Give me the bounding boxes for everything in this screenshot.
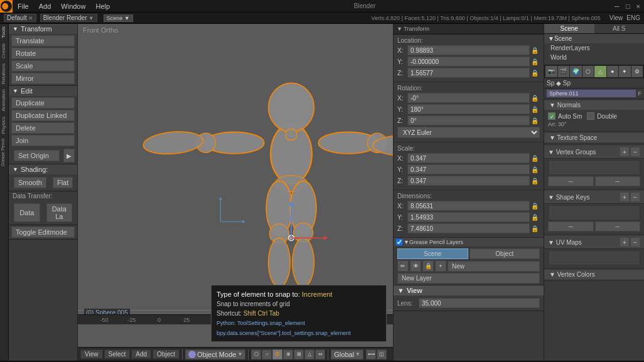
sk-btn-2[interactable]: ─ [595, 221, 641, 232]
mode-selector[interactable]: Object Mode ▼ [185, 349, 245, 359]
prop-icon-object[interactable]: ⬡ [582, 66, 594, 77]
viewport[interactable]: Front Ortho [78, 24, 393, 361]
rotation-y-input[interactable] [407, 104, 530, 114]
tab-animation[interactable]: Animation [0, 87, 8, 114]
viewport-icon-1[interactable]: ○ [262, 349, 272, 359]
scale-y-lock-icon[interactable]: 🔒 [531, 166, 540, 173]
workspace-badge[interactable]: Default ✕ [4, 14, 36, 22]
view-header[interactable]: ▼ View [394, 285, 544, 295]
menu-add[interactable]: Add [34, 1, 56, 11]
shading-header[interactable]: ▼ Shading: [9, 164, 77, 174]
lens-input[interactable] [419, 298, 540, 308]
scale-button[interactable]: Scale [11, 60, 75, 72]
rotation-z-input[interactable] [407, 115, 530, 125]
gp-new-layer-button[interactable]: New Layer [397, 273, 540, 284]
viewport-icon-5[interactable]: △ [304, 349, 314, 359]
transform-header[interactable]: ▼ Transform [9, 24, 77, 34]
location-y-input[interactable] [407, 56, 530, 67]
vertex-groups-add-btn[interactable]: + [620, 147, 630, 157]
info-search[interactable]: ENG [626, 14, 640, 21]
dim-x-input[interactable] [407, 201, 530, 211]
toggle-editmode-button[interactable]: Toggle Editmode [11, 226, 75, 238]
location-y-lock-icon[interactable]: 🔒 [531, 58, 540, 65]
edit-header[interactable]: ▼ Edit [9, 86, 77, 96]
scene-name-badge[interactable]: Scene ▼ [104, 14, 133, 22]
viewport-icon-6[interactable]: ⇔ [315, 349, 325, 359]
rotation-y-lock-icon[interactable]: 🔒 [531, 106, 540, 113]
tab-tools[interactable]: Tools [0, 24, 8, 41]
rotation-mode-dropdown[interactable]: XYZ Euler [397, 127, 540, 138]
dim-z-input[interactable] [407, 223, 530, 233]
scene-badge[interactable]: Blender Render ▼ [40, 14, 97, 22]
viewport-icon-3[interactable]: ⊕ [283, 349, 293, 359]
gp-lock-icon[interactable]: 🔒 [422, 260, 434, 272]
prop-icon-render[interactable]: 🎬 [558, 66, 570, 77]
sk-btn-1[interactable]: ─ [548, 221, 594, 232]
gp-visibility-icon[interactable]: 👁 [410, 260, 421, 272]
prop-icon-camera[interactable]: 📷 [545, 66, 557, 77]
viewport-icon-7[interactable]: ⟷ [366, 349, 376, 359]
viewport-icon-0[interactable]: ⬡ [251, 349, 261, 359]
tab-all[interactable]: All S [594, 24, 645, 33]
menu-window[interactable]: Window [56, 1, 90, 11]
dim-y-input[interactable] [407, 212, 530, 222]
uv-maps-add-btn[interactable]: + [620, 237, 630, 247]
data-button[interactable]: Data [14, 203, 40, 222]
mirror-button[interactable]: Mirror [11, 73, 75, 84]
uv-maps-remove-btn[interactable]: − [630, 237, 640, 247]
shape-keys-remove-btn[interactable]: − [630, 192, 640, 202]
menu-file[interactable]: File [13, 1, 34, 11]
rotation-x-input[interactable] [407, 93, 530, 103]
render-layers-item[interactable]: RenderLayers [544, 43, 644, 53]
data-la-button[interactable]: Data La [46, 203, 73, 222]
scene-section-header[interactable]: ▼ Scene [544, 34, 644, 43]
prop-icon-material[interactable]: ● [607, 66, 619, 77]
tab-physics[interactable]: Physics [0, 114, 8, 137]
scale-y-input[interactable] [407, 164, 530, 174]
tab-scene[interactable]: Scene [544, 24, 594, 33]
view-btn[interactable]: View [80, 349, 103, 359]
view-menu[interactable]: View [609, 14, 623, 21]
set-origin-button[interactable]: Set Origin [14, 150, 60, 161]
location-z-input[interactable] [407, 68, 530, 78]
rotation-x-lock-icon[interactable]: 🔒 [531, 95, 540, 102]
global-selector[interactable]: Global ▼ [331, 349, 363, 359]
tab-grease-pencil[interactable]: Grease Pencil [0, 136, 8, 169]
gp-new-button[interactable]: New [448, 261, 540, 272]
scale-z-input[interactable] [407, 176, 530, 186]
auto-smooth-checkbox[interactable] [548, 112, 555, 120]
object-btn[interactable]: Object [153, 349, 180, 359]
set-origin-arrow[interactable]: ▶ [63, 149, 75, 162]
object-name-display[interactable]: Sphere.011 [547, 90, 636, 97]
close-btn[interactable]: × [636, 3, 640, 10]
prop-icon-particle[interactable]: ✦ [619, 66, 631, 77]
smooth-button[interactable]: Smooth [14, 177, 46, 188]
rotate-button[interactable]: Rotate [11, 48, 75, 59]
flat-button[interactable]: Flat [53, 177, 73, 188]
dim-y-lock-icon[interactable]: 🔒 [531, 214, 540, 221]
dim-z-lock-icon[interactable]: 🔒 [531, 225, 540, 232]
shape-keys-add-btn[interactable]: + [620, 192, 630, 202]
prop-icon-physics[interactable]: ⚙ [631, 66, 643, 77]
dim-x-lock-icon[interactable]: 🔒 [531, 203, 540, 210]
gp-object-button[interactable]: Object [470, 248, 540, 259]
location-x-lock-icon[interactable]: 🔒 [531, 47, 540, 54]
tab-relations[interactable]: Relations [0, 61, 8, 87]
delete-button[interactable]: Delete [11, 122, 75, 134]
tab-create[interactable]: Create [0, 41, 8, 61]
viewport-icon-4[interactable]: ⊞ [294, 349, 304, 359]
translate-button[interactable]: Translate [11, 35, 75, 46]
minimize-btn[interactable]: ─ [614, 3, 620, 10]
gp-pencil-icon[interactable]: ✏ [397, 260, 409, 272]
vertex-groups-remove-btn[interactable]: − [630, 147, 640, 157]
vg-btn-1[interactable]: ─ [548, 176, 594, 186]
menu-help[interactable]: Help [90, 1, 115, 11]
location-x-input[interactable] [407, 45, 530, 55]
prop-icon-world[interactable]: 🌍 [570, 66, 582, 77]
gp-scene-button[interactable]: Scene [397, 248, 468, 259]
scale-x-lock-icon[interactable]: 🔒 [531, 155, 540, 162]
texture-space-header[interactable]: ▼ Texture Space [544, 133, 644, 142]
join-button[interactable]: Join [11, 135, 75, 146]
double-checkbox[interactable] [587, 112, 594, 120]
add-btn[interactable]: Add [131, 349, 151, 359]
